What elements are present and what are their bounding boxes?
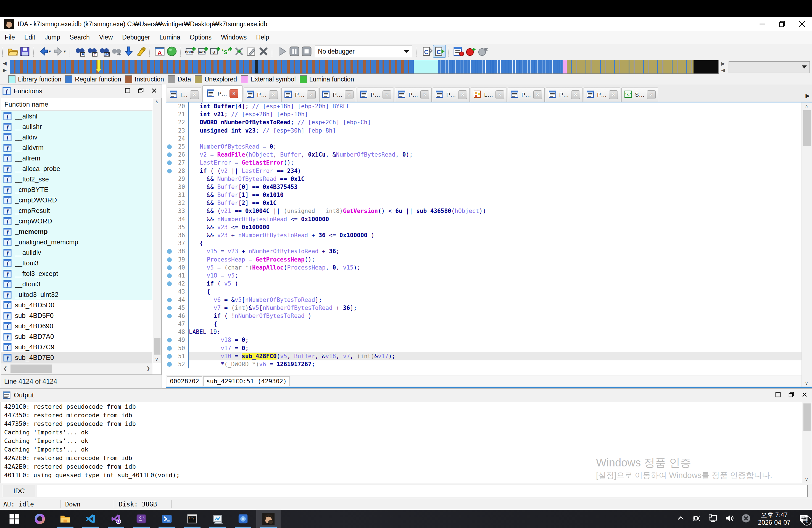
code-line-47[interactable]: 47 { [166, 320, 801, 328]
code-line-40[interactable]: 40 v5 = (char *)HeapAlloc(ProcessHeap, 0… [166, 264, 801, 272]
functions-horizontal-scrollbar[interactable]: ❮ ❯ [1, 363, 153, 375]
navband-scroll-arrows[interactable]: ◀▶ [1, 60, 8, 73]
xref-icon[interactable] [233, 45, 245, 57]
breakpoint-dot-icon[interactable] [167, 152, 172, 157]
add-name-icon[interactable]: a [209, 45, 221, 57]
step-c-icon[interactable]: C [421, 45, 433, 57]
bp-list-icon[interactable] [452, 45, 465, 57]
code-line-46[interactable]: 46 if ( !nNumberOfBytesToRead ) [166, 312, 801, 320]
code-line-44[interactable]: 44 v6 = &v5[nNumberOfBytesToRead]; [166, 296, 801, 304]
tab-scroll-right-arrow[interactable]: ▶ [806, 92, 812, 102]
tab-close-button[interactable]: ✕ [230, 89, 238, 98]
function-row[interactable]: f__ftoui3 [1, 258, 153, 268]
code-line-30[interactable]: 30 && Buffer[0] == 0x4B375453 [166, 183, 801, 191]
output-close-button[interactable] [801, 392, 808, 399]
breakpoint-dot-icon[interactable] [167, 265, 172, 270]
tab-close-button[interactable]: ✕ [382, 90, 391, 99]
output-vertical-scrollbar[interactable]: ∨ [802, 402, 812, 483]
output-maximize-button[interactable] [775, 392, 781, 399]
tab-close-button[interactable]: ✕ [307, 90, 316, 99]
tab-close-button[interactable]: ✕ [647, 90, 656, 99]
tab-9-pseudocode[interactable]: P…✕ [508, 88, 545, 102]
add-code-icon[interactable]: CODE [185, 45, 197, 57]
function-row[interactable]: fsub_4BD5D0 [1, 300, 153, 310]
debug-pause-icon[interactable] [288, 45, 301, 57]
function-row[interactable]: fsub_4BD7E0 [1, 352, 153, 363]
breakpoint-dot-icon[interactable] [167, 281, 172, 286]
search-next-icon[interactable] [111, 45, 122, 57]
code-line-51[interactable]: 51 v10 = sub_428FC0(v5, Buffer, &v18, v7… [166, 352, 801, 361]
pseudocode-vertical-scrollbar[interactable]: ∧ ∨ [801, 102, 812, 386]
debug-stop-icon[interactable] [301, 45, 313, 57]
tab-close-button[interactable]: ✕ [190, 90, 199, 99]
notification-center-icon[interactable]: 1 [798, 513, 810, 525]
window-restore-button[interactable] [772, 17, 792, 31]
function-row[interactable]: fsub_4BD690 [1, 321, 153, 332]
taskbar-powershell-icon[interactable] [155, 510, 179, 528]
function-row[interactable]: f_cmpBYTE [1, 185, 153, 195]
functions-vertical-scrollbar[interactable]: ∧ ∨ [153, 98, 161, 363]
functions-float-button[interactable] [138, 88, 144, 95]
function-row[interactable]: f__ftol2_sse [1, 174, 153, 185]
menu-debugger[interactable]: Debugger [117, 32, 155, 43]
tab-11-pseudocode[interactable]: P…✕ [584, 88, 620, 102]
tray-disconnect-icon[interactable] [741, 514, 751, 524]
breakpoint-dot-icon[interactable] [167, 346, 172, 351]
function-row[interactable]: f__aulldiv [1, 247, 153, 258]
add-string-icon[interactable]: ‘s’ [221, 45, 233, 57]
tab-1-pseudocode[interactable]: P…✕ [202, 85, 243, 102]
breakpoint-dot-icon[interactable] [167, 249, 172, 254]
navigation-band[interactable] [10, 60, 719, 74]
save-icon[interactable] [19, 45, 31, 57]
search-imm-icon[interactable]: 101 [98, 45, 111, 57]
menu-edit[interactable]: Edit [19, 32, 40, 43]
tab-2-pseudocode[interactable]: P…✕ [244, 88, 280, 102]
function-row[interactable]: f__ftol3_except [1, 268, 153, 279]
breakpoint-dot-icon[interactable] [167, 314, 172, 318]
functions-column-header[interactable]: Function name [1, 98, 153, 111]
function-row[interactable]: f__allrem [1, 153, 153, 163]
breakpoint-dot-icon[interactable] [167, 258, 172, 262]
code-line-21[interactable]: 21 int v21; // [esp+28h] [ebp-10h] [166, 111, 801, 118]
breakpoint-dot-icon[interactable] [167, 306, 172, 310]
breakpoint-dot-icon[interactable] [167, 298, 172, 303]
code-line-36[interactable]: 36 && v23 + nNumberOfBytesToRead + 36 <=… [166, 231, 801, 239]
tray-network-icon[interactable] [708, 514, 717, 524]
function-row[interactable]: f_ultod3_uint32 [1, 289, 153, 300]
tab-10-pseudocode[interactable]: P…✕ [546, 88, 582, 102]
code-line-50[interactable]: 50 v17 = 0; [166, 344, 801, 352]
taskbar-ida-icon[interactable] [256, 510, 280, 528]
taskbar-photos-icon[interactable] [231, 510, 255, 528]
code-line-42[interactable]: 42 if ( v5 ) [166, 280, 801, 288]
code-line-23[interactable]: 23 unsigned int v23; // [esp+30h] [ebp-8… [166, 127, 801, 135]
tab-3-pseudocode[interactable]: P…✕ [281, 88, 318, 102]
tab-close-button[interactable]: ✕ [609, 90, 618, 99]
code-line-28[interactable]: 28 if ( (v2 || LastError == 234) [166, 167, 801, 175]
tab-0-ida-view[interactable]: I…✕ [167, 88, 201, 102]
code-line-41[interactable]: 41 v18 = v5; [166, 272, 801, 280]
tab-close-button[interactable]: ✕ [269, 90, 278, 99]
menu-search[interactable]: Search [65, 32, 95, 43]
function-row[interactable]: fsub_4BD7A0 [1, 332, 153, 342]
code-line-20[interactable]: 20 int Buffer[4]; // [esp+18h] [ebp-20h]… [166, 102, 801, 111]
breakpoint-dot-icon[interactable] [167, 338, 172, 342]
edit-func-icon[interactable] [245, 45, 257, 57]
function-row[interactable]: f__aullshr [1, 121, 153, 132]
tab-close-button[interactable]: ✕ [533, 90, 542, 99]
jump-icon[interactable] [122, 45, 135, 57]
functions-close-button[interactable] [151, 88, 157, 95]
function-row[interactable]: f_unaligned_memcmp [1, 237, 153, 247]
function-row[interactable]: f__alldiv [1, 132, 153, 143]
tab-close-button[interactable]: ✕ [495, 90, 504, 99]
tray-camera-icon[interactable] [692, 514, 701, 524]
taskbar-terminal-purple-icon[interactable]: C:\ [129, 510, 154, 528]
breakpoint-dot-icon[interactable] [167, 160, 172, 165]
breakpoint-dot-icon[interactable] [167, 362, 172, 367]
search-hex-icon[interactable]: # [74, 45, 86, 57]
taskbar-cmd-icon[interactable]: C:\_ [180, 510, 204, 528]
tab-close-button[interactable]: ✕ [458, 90, 467, 99]
code-line-49[interactable]: 49 v18 = 0; [166, 336, 801, 344]
code-line-37[interactable]: 37 { [166, 239, 801, 247]
menu-windows[interactable]: Windows [216, 32, 251, 43]
output-float-button[interactable] [788, 392, 794, 399]
